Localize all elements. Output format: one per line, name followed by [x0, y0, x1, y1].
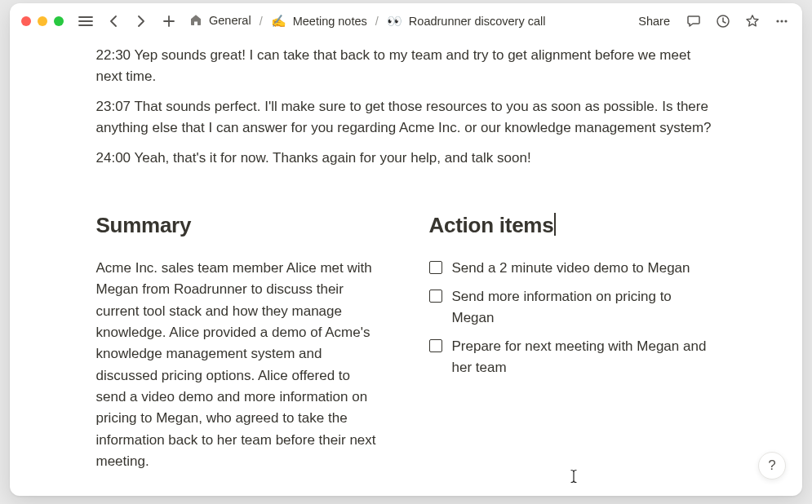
help-button[interactable]: ?	[758, 452, 786, 480]
summary-column: Summary Acme Inc. sales team member Alic…	[96, 213, 384, 472]
favorite-icon[interactable]	[742, 11, 763, 32]
todo-item[interactable]: Send a 2 minute video demo to Megan	[429, 258, 717, 279]
breadcrumb-item-current-page[interactable]: 👀 Roadrunner discovery call	[384, 12, 549, 30]
sidebar-toggle-icon[interactable]	[75, 11, 96, 32]
breadcrumb-item-general[interactable]: General	[186, 12, 255, 30]
todo-label[interactable]: Send a 2 minute video demo to Megan	[452, 258, 690, 279]
new-page-icon[interactable]	[158, 11, 180, 32]
breadcrumb-label: Meeting notes	[293, 15, 367, 28]
writing-hand-icon: ✍️	[271, 14, 286, 28]
text-cursor-icon	[570, 469, 578, 484]
todo-label[interactable]: Prepare for next meeting with Megan and …	[452, 336, 717, 378]
app-window: General / ✍️ Meeting notes / 👀 Roadrunne…	[10, 3, 802, 496]
eyes-icon: 👀	[387, 14, 402, 28]
transcript-line[interactable]: 22:30 Yep sounds great! I can take that …	[96, 45, 717, 88]
breadcrumb: General / ✍️ Meeting notes / 👀 Roadrunne…	[186, 12, 627, 30]
page-body: 22:30 Yep sounds great! I can take that …	[10, 38, 802, 496]
todo-item[interactable]: Prepare for next meeting with Megan and …	[429, 336, 717, 378]
topbar-right-tools: Share	[633, 11, 792, 32]
window-controls	[21, 16, 64, 26]
summary-heading[interactable]: Summary	[96, 213, 384, 238]
breadcrumb-sep: /	[259, 15, 264, 28]
svg-point-6	[776, 20, 779, 22]
summary-text[interactable]: Acme Inc. sales team member Alice met wi…	[96, 258, 384, 472]
checkbox[interactable]	[429, 261, 442, 274]
window-zoom-dot[interactable]	[54, 16, 64, 26]
nav-back-icon[interactable]	[103, 11, 124, 32]
home-icon	[189, 14, 202, 29]
transcript-line[interactable]: 23:07 That sounds perfect. I'll make sur…	[96, 96, 717, 139]
checkbox[interactable]	[429, 339, 442, 352]
transcript-line[interactable]: 24:00 Yeah, that's it for now. Thanks ag…	[96, 148, 717, 169]
svg-point-7	[780, 20, 783, 22]
topbar: General / ✍️ Meeting notes / 👀 Roadrunne…	[10, 3, 802, 38]
comments-icon[interactable]	[683, 11, 704, 32]
svg-point-8	[784, 20, 787, 22]
todo-list: Send a 2 minute video demo to Megan Send…	[429, 258, 717, 378]
breadcrumb-label: Roadrunner discovery call	[409, 15, 546, 28]
updates-icon[interactable]	[712, 11, 734, 32]
checkbox[interactable]	[429, 290, 442, 303]
page-content[interactable]: 22:30 Yep sounds great! I can take that …	[96, 45, 717, 496]
todo-label[interactable]: Send more information on pricing to Mega…	[452, 286, 717, 328]
breadcrumb-item-meeting-notes[interactable]: ✍️ Meeting notes	[268, 12, 371, 30]
share-button[interactable]: Share	[633, 13, 675, 29]
action-items-column: Action items Send a 2 minute video demo …	[429, 213, 717, 472]
nav-forward-icon[interactable]	[131, 11, 152, 32]
window-close-dot[interactable]	[21, 16, 31, 26]
todo-item[interactable]: Send more information on pricing to Mega…	[429, 286, 717, 328]
window-minimize-dot[interactable]	[38, 16, 47, 26]
action-items-heading[interactable]: Action items	[429, 213, 717, 238]
breadcrumb-label: General	[209, 14, 251, 27]
breadcrumb-sep: /	[375, 15, 379, 28]
columns: Summary Acme Inc. sales team member Alic…	[96, 213, 717, 472]
more-icon[interactable]	[771, 11, 792, 32]
